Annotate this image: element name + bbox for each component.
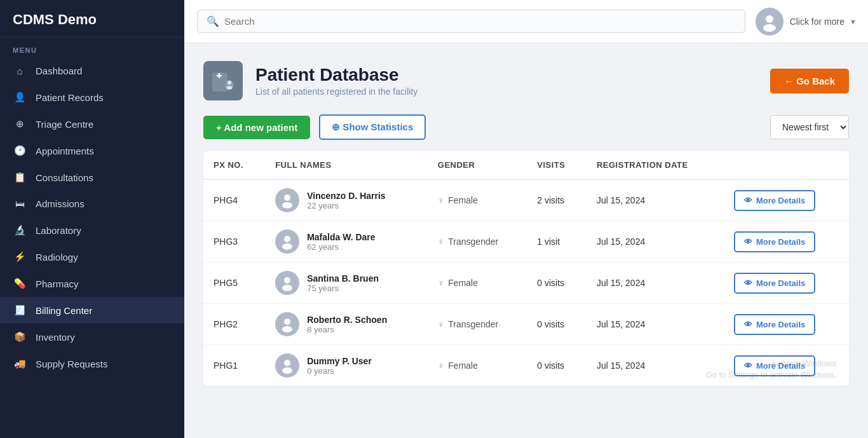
cell-action: 👁 More Details bbox=[724, 221, 849, 263]
eye-icon: 👁 bbox=[744, 196, 752, 205]
avatar bbox=[756, 8, 783, 36]
sidebar-item-billing-center[interactable]: 🧾 Billing Center bbox=[0, 297, 184, 324]
sidebar-label-consultations: Consultations bbox=[36, 172, 93, 183]
main-area: 🔍 Click for more ▾ bbox=[184, 0, 868, 438]
more-details-button[interactable]: 👁 More Details bbox=[734, 355, 815, 376]
sidebar-icon-patient-records: 👤 bbox=[13, 92, 27, 103]
more-details-button[interactable]: 👁 More Details bbox=[734, 231, 815, 252]
sidebar-item-laboratory[interactable]: 🔬 Laboratory bbox=[0, 217, 184, 243]
sidebar-label-inventory: Inventory bbox=[36, 332, 75, 343]
gender-icon: ♀ bbox=[438, 319, 445, 329]
click-for-more-label: Click for more bbox=[790, 17, 844, 27]
cell-gender: ♀ Female bbox=[428, 345, 527, 387]
table-header-row: PX NO. FULL NAMES GENDER VISITS REGISTRA… bbox=[203, 151, 849, 179]
gender-icon: ♀ bbox=[438, 278, 445, 288]
page-header: Patient Database List of all patients re… bbox=[203, 61, 849, 100]
svg-point-1 bbox=[763, 24, 776, 32]
sidebar-item-triage-centre[interactable]: ⊕ Triage Centre bbox=[0, 111, 184, 137]
cell-reg-date: Jul 15, 2024 bbox=[587, 263, 724, 304]
svg-point-14 bbox=[284, 318, 290, 325]
cell-full-name: Mafalda W. Dare 62 years bbox=[265, 221, 428, 263]
col-full-names: FULL NAMES bbox=[265, 151, 428, 179]
col-visits: VISITS bbox=[527, 151, 587, 179]
top-header: 🔍 Click for more ▾ bbox=[184, 0, 868, 43]
cell-action: 👁 More Details bbox=[724, 263, 849, 304]
sort-select[interactable]: Newest first Oldest first A-Z Z-A bbox=[770, 115, 849, 139]
sidebar-icon-appointments: 🕐 bbox=[13, 145, 27, 156]
search-input[interactable] bbox=[224, 16, 736, 27]
cell-full-name: Santina B. Bruen 75 years bbox=[265, 263, 428, 304]
sidebar-icon-laboratory: 🔬 bbox=[13, 224, 27, 236]
go-back-button[interactable]: ← Go Back bbox=[770, 69, 849, 93]
sidebar-icon-consultations: 📋 bbox=[13, 172, 27, 183]
cell-visits: 2 visits bbox=[527, 179, 587, 221]
sidebar-label-dashboard: Dashboard bbox=[36, 65, 82, 76]
cell-action: 👁 More Details bbox=[724, 179, 849, 221]
cell-gender: ♀ Transgender bbox=[428, 221, 527, 263]
sidebar-item-appointments[interactable]: 🕐 Appointments bbox=[0, 137, 184, 164]
sidebar-label-patient-records: Patient Records bbox=[36, 92, 104, 103]
sidebar-label-appointments: Appointments bbox=[36, 146, 94, 156]
search-box[interactable]: 🔍 bbox=[197, 10, 745, 33]
patient-table: PX NO. FULL NAMES GENDER VISITS REGISTRA… bbox=[203, 151, 849, 386]
cell-visits: 0 visits bbox=[527, 263, 587, 304]
cell-visits: 0 visits bbox=[527, 304, 587, 345]
svg-point-12 bbox=[284, 277, 290, 284]
page-title-block: Patient Database List of all patients re… bbox=[255, 65, 417, 97]
patient-avatar bbox=[275, 353, 299, 378]
cell-visits: 1 visit bbox=[527, 221, 587, 263]
sidebar-icon-radiology: ⚡ bbox=[13, 251, 27, 263]
sidebar-icon-triage-centre: ⊕ bbox=[13, 118, 27, 130]
sidebar-item-consultations[interactable]: 📋 Consultations bbox=[0, 164, 184, 191]
cell-gender: ♀ Female bbox=[428, 263, 527, 304]
sidebar-icon-admissions: 🛏 bbox=[13, 198, 27, 209]
eye-icon: 👁 bbox=[744, 278, 752, 288]
sidebar-label-supply-requests: Supply Requests bbox=[36, 359, 107, 369]
sidebar-item-inventory[interactable]: 📦 Inventory bbox=[0, 324, 184, 350]
table-row: PHG1 Dummy P. User 0 years ♀ Female bbox=[203, 345, 849, 387]
eye-icon: 👁 bbox=[744, 361, 752, 371]
patient-avatar bbox=[275, 229, 299, 254]
sidebar-icon-dashboard: ⌂ bbox=[13, 65, 27, 76]
sidebar-item-dashboard[interactable]: ⌂ Dashboard bbox=[0, 58, 184, 84]
sidebar-label-radiology: Radiology bbox=[36, 252, 78, 263]
add-patient-button[interactable]: + Add new patient bbox=[203, 116, 310, 139]
sidebar-icon-pharmacy: 💊 bbox=[13, 278, 27, 289]
cell-gender: ♀ Transgender bbox=[428, 304, 527, 345]
cell-reg-date: Jul 15, 2024 bbox=[587, 304, 724, 345]
user-area[interactable]: Click for more ▾ bbox=[756, 8, 855, 36]
sidebar-label-billing-center: Billing Center bbox=[36, 305, 92, 316]
page-content: Patient Database List of all patients re… bbox=[184, 43, 868, 438]
svg-point-9 bbox=[282, 202, 292, 209]
svg-point-15 bbox=[282, 326, 292, 332]
cell-full-name: Roberto R. Schoen 8 years bbox=[265, 304, 428, 345]
table-row: PHG4 Vincenzo D. Harris 22 years ♀ Femal… bbox=[203, 179, 849, 221]
cell-px-no: PHG5 bbox=[203, 263, 265, 304]
sidebar-item-radiology[interactable]: ⚡ Radiology bbox=[0, 243, 184, 270]
sidebar-item-supply-requests[interactable]: 🚚 Supply Requests bbox=[0, 350, 184, 377]
more-details-button[interactable]: 👁 More Details bbox=[734, 314, 815, 335]
cell-visits: 0 visits bbox=[527, 345, 587, 387]
gender-icon: ♀ bbox=[438, 195, 445, 205]
gender-icon: ♀ bbox=[438, 236, 445, 247]
col-action bbox=[724, 151, 849, 179]
svg-point-13 bbox=[282, 285, 292, 291]
cell-action: 👁 More Details bbox=[724, 345, 849, 387]
more-details-button[interactable]: 👁 More Details bbox=[734, 190, 815, 211]
table-row: PHG5 Santina B. Bruen 75 years ♀ Female bbox=[203, 263, 849, 304]
cell-px-no: PHG1 bbox=[203, 345, 265, 387]
toolbar: + Add new patient ⊕ Show Statistics Newe… bbox=[203, 114, 849, 140]
cell-reg-date: Jul 15, 2024 bbox=[587, 221, 724, 263]
sidebar-item-admissions[interactable]: 🛏 Admissions bbox=[0, 191, 184, 217]
svg-point-0 bbox=[766, 15, 773, 23]
sidebar-item-pharmacy[interactable]: 💊 Pharmacy bbox=[0, 270, 184, 297]
page-icon bbox=[203, 61, 243, 100]
sidebar-label-triage-centre: Triage Centre bbox=[36, 119, 93, 130]
sidebar-item-patient-records[interactable]: 👤 Patient Records bbox=[0, 84, 184, 111]
cell-px-no: PHG2 bbox=[203, 304, 265, 345]
show-statistics-button[interactable]: ⊕ Show Statistics bbox=[319, 114, 426, 140]
sidebar-label-admissions: Admissions bbox=[36, 198, 85, 209]
col-reg-date: REGISTRATION DATE bbox=[587, 151, 724, 179]
more-details-button[interactable]: 👁 More Details bbox=[734, 273, 815, 294]
menu-label: MENU bbox=[0, 38, 184, 58]
